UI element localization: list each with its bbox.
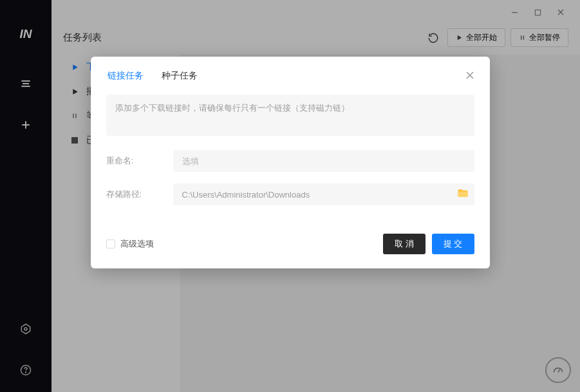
checkbox-icon (106, 239, 115, 248)
modal-overlay: 链接任务 种子任务 重命名: 存储路径: (0, 0, 580, 392)
submit-button[interactable]: 提 交 (432, 234, 474, 254)
modal-close-icon[interactable] (465, 70, 474, 83)
advanced-options-label: 高级选项 (120, 238, 154, 250)
rename-label: 重命名: (106, 155, 173, 167)
link-input[interactable] (106, 95, 474, 136)
path-label: 存储路径: (106, 189, 173, 200)
path-input[interactable] (173, 183, 474, 205)
new-task-modal: 链接任务 种子任务 重命名: 存储路径: (91, 57, 490, 268)
modal-tabs: 链接任务 种子任务 (106, 70, 474, 83)
rename-input[interactable] (173, 150, 474, 172)
tab-seed-task[interactable]: 种子任务 (160, 70, 199, 83)
modal-footer: 高级选项 取 消 提 交 (106, 234, 474, 254)
path-row: 存储路径: (106, 183, 474, 205)
link-input-wrap (106, 95, 474, 138)
tab-link-task[interactable]: 链接任务 (106, 70, 145, 83)
advanced-options-toggle[interactable]: 高级选项 (106, 238, 154, 250)
rename-row: 重命名: (106, 150, 474, 172)
cancel-button[interactable]: 取 消 (383, 234, 426, 254)
browse-folder-icon[interactable] (456, 187, 469, 202)
